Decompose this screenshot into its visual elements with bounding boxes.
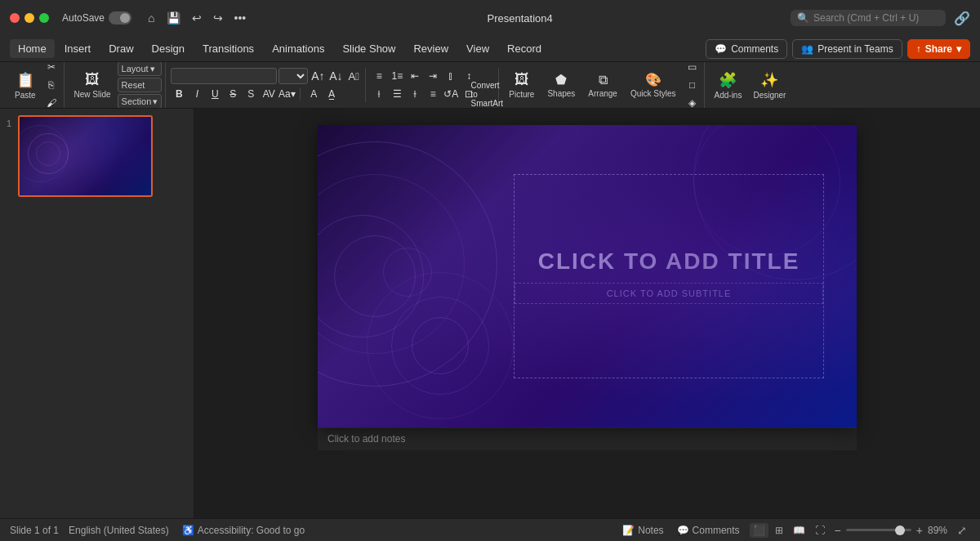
- home-icon[interactable]: ⌂: [145, 10, 158, 26]
- slide-canvas[interactable]: CLICK TO ADD TITLE CLICK TO ADD SUBTITLE: [318, 125, 857, 427]
- reset-button[interactable]: Reset: [118, 78, 163, 92]
- slide-content-area[interactable]: CLICK TO ADD TITLE CLICK TO ADD SUBTITLE: [514, 174, 824, 378]
- copy-button[interactable]: ⎘: [42, 77, 60, 93]
- justify-button[interactable]: ≡: [425, 86, 441, 102]
- font-size-select[interactable]: [278, 68, 308, 84]
- shape-outline-button[interactable]: □: [684, 77, 701, 93]
- picture-label: Picture: [509, 90, 534, 99]
- shapes-icon: ⬟: [555, 72, 567, 87]
- menu-draw[interactable]: Draw: [100, 39, 141, 58]
- add-ins-icon: 🧩: [719, 71, 737, 89]
- slide-sorter-button[interactable]: ⊞: [772, 523, 786, 538]
- arrange-button[interactable]: ⧉ Arrange: [583, 69, 622, 101]
- slide-thumbnail-1[interactable]: [18, 115, 153, 197]
- zoom-out-icon[interactable]: −: [835, 524, 841, 537]
- zoom-percent[interactable]: 89%: [928, 525, 947, 536]
- slide-title-placeholder[interactable]: CLICK TO ADD TITLE: [538, 248, 800, 275]
- underline-button[interactable]: U: [207, 86, 223, 102]
- menu-record[interactable]: Record: [499, 39, 550, 58]
- fit-slide-button[interactable]: ⤢: [954, 522, 970, 539]
- comments-button[interactable]: 💬 Comments: [706, 39, 787, 59]
- menu-insert[interactable]: Insert: [56, 39, 100, 58]
- shapes-button[interactable]: ⬟ Shapes: [542, 69, 580, 101]
- align-center-button[interactable]: ☰: [389, 86, 405, 102]
- addins-group: 🧩 Add-ins ✨ Designer: [706, 68, 795, 103]
- shadow-button[interactable]: S: [243, 86, 259, 102]
- accessibility-status[interactable]: ♿ Accessibility: Good to go: [179, 523, 308, 538]
- picture-button[interactable]: 🖼 Picture: [504, 68, 539, 102]
- section-button[interactable]: Section ▾: [118, 94, 163, 108]
- autosave-toggle[interactable]: [109, 11, 131, 25]
- layout-dropdown[interactable]: Layout ▾: [118, 62, 163, 76]
- quick-styles-label: Quick Styles: [630, 89, 676, 98]
- save-icon[interactable]: 💾: [163, 10, 184, 26]
- minimize-button[interactable]: [24, 13, 34, 23]
- clear-format-button[interactable]: A⃝: [345, 68, 362, 84]
- slide-thumb-inner: [20, 117, 151, 195]
- more-icon[interactable]: •••: [231, 10, 250, 26]
- fullscreen-button[interactable]: [39, 13, 49, 23]
- change-case-button[interactable]: Aa▾: [278, 86, 295, 102]
- nav-controls: ⌂ 💾 ↩ ↪ •••: [145, 10, 249, 26]
- present-teams-button[interactable]: 👥 Present in Teams: [792, 39, 902, 59]
- text-direction-button[interactable]: ↺A: [443, 86, 459, 102]
- comments-status-button[interactable]: 💬 Comments: [674, 523, 743, 538]
- normal-view-button[interactable]: ⬛: [750, 523, 768, 538]
- strikethrough-button[interactable]: S: [225, 86, 241, 102]
- slideshow-view-button[interactable]: ⛶: [812, 523, 828, 538]
- bullet-list-button[interactable]: ≡: [371, 68, 387, 84]
- view-icons: ⬛ ⊞ 📖 ⛶: [750, 523, 828, 538]
- char-spacing-button[interactable]: AV: [261, 86, 277, 102]
- add-ins-button[interactable]: 🧩 Add-ins: [710, 68, 747, 103]
- font-group: A↑ A↓ A⃝ B I U S S AV Aa▾ A A̲: [167, 68, 366, 102]
- italic-button[interactable]: I: [189, 86, 205, 102]
- notes-label: Notes: [638, 525, 663, 536]
- menu-review[interactable]: Review: [405, 39, 457, 58]
- menu-design[interactable]: Design: [144, 39, 193, 58]
- menu-transitions[interactable]: Transitions: [194, 39, 262, 58]
- notes-area[interactable]: Click to add notes: [318, 427, 857, 450]
- notes-placeholder: Click to add notes: [327, 433, 405, 445]
- slide-subtitle-placeholder[interactable]: CLICK TO ADD SUBTITLE: [520, 288, 817, 298]
- undo-icon[interactable]: ↩: [189, 10, 205, 26]
- new-slide-button[interactable]: 🖼 New Slide: [69, 68, 116, 102]
- notes-button[interactable]: 📝 Notes: [619, 523, 666, 538]
- numbered-list-button[interactable]: 1≡: [389, 68, 405, 84]
- canvas-area[interactable]: CLICK TO ADD TITLE CLICK TO ADD SUBTITLE…: [194, 109, 980, 518]
- zoom-in-icon[interactable]: +: [916, 524, 923, 537]
- quick-styles-button[interactable]: 🎨 Quick Styles: [626, 69, 681, 101]
- autosave-label: AutoSave: [62, 12, 105, 24]
- convert-smartart-button[interactable]: Convert to SmartArt: [479, 86, 495, 102]
- increase-indent-button[interactable]: ⇥: [425, 68, 441, 84]
- search-bar[interactable]: 🔍 Search (Cmd + Ctrl + U): [791, 10, 946, 26]
- share-button[interactable]: ↑ Share ▾: [907, 39, 970, 59]
- menu-animations[interactable]: Animations: [264, 39, 332, 58]
- columns-button[interactable]: ⫿: [443, 68, 459, 84]
- share-link-icon[interactable]: 🔗: [954, 11, 970, 26]
- reading-view-button[interactable]: 📖: [790, 523, 808, 538]
- menu-view[interactable]: View: [458, 39, 497, 58]
- highlight-button[interactable]: A̲: [323, 86, 340, 102]
- font-size-decrease[interactable]: A↓: [327, 68, 344, 84]
- bold-button[interactable]: B: [171, 86, 187, 102]
- font-size-increase[interactable]: A↑: [310, 68, 326, 84]
- font-family-input[interactable]: [171, 68, 277, 84]
- language-status: English (United States): [69, 525, 169, 536]
- zoom-slider[interactable]: [846, 529, 911, 531]
- designer-button[interactable]: ✨ Designer: [748, 68, 791, 103]
- align-right-button[interactable]: ⫳: [407, 86, 423, 102]
- layout-label: Layout: [122, 64, 149, 74]
- menu-slideshow[interactable]: Slide Show: [334, 39, 403, 58]
- close-button[interactable]: [10, 13, 20, 23]
- slide-subtitle-box[interactable]: CLICK TO ADD SUBTITLE: [514, 283, 823, 304]
- align-left-button[interactable]: ⫲: [371, 86, 387, 102]
- shape-effects-button[interactable]: ◈: [684, 95, 701, 108]
- paste-button[interactable]: 📋 Paste: [10, 68, 41, 103]
- decrease-indent-button[interactable]: ⇤: [407, 68, 423, 84]
- shape-fill-button[interactable]: ▭: [684, 62, 701, 75]
- cut-button[interactable]: ✂: [42, 62, 60, 75]
- menu-home[interactable]: Home: [10, 39, 55, 58]
- redo-icon[interactable]: ↪: [210, 10, 226, 26]
- font-color-button[interactable]: A: [305, 86, 322, 102]
- format-painter-button[interactable]: 🖌: [42, 95, 60, 108]
